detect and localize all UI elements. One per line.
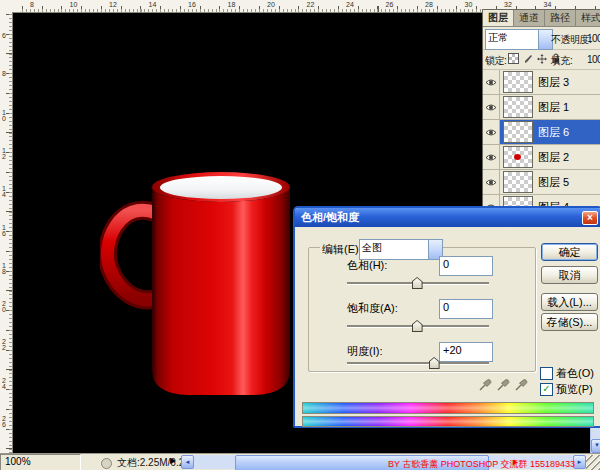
hue-spectrum-bar-top: [302, 402, 594, 414]
ruler-left-number: 2 6: [2, 416, 6, 428]
ruler-top-number: 16: [188, 1, 196, 8]
panel-tab-0[interactable]: 图层: [483, 10, 514, 26]
ruler-left-number: 1 8: [2, 263, 6, 275]
ruler-top-number: 20: [267, 1, 275, 8]
layer-name: 图层 3: [538, 75, 569, 90]
layer-name: 图层 6: [538, 125, 569, 140]
status-menu-arrow-icon[interactable]: ▶: [170, 456, 176, 465]
slider-value-input[interactable]: 0: [439, 299, 493, 319]
visibility-toggle[interactable]: [483, 120, 500, 144]
ruler-top-number: 10: [70, 1, 78, 8]
ruler-left-number: 2 4: [2, 378, 6, 390]
layer-row[interactable]: 图层 1: [483, 95, 600, 120]
checkbox-1[interactable]: ✓预览(P): [540, 383, 593, 396]
panel-tab-1[interactable]: 通道: [514, 10, 545, 26]
lock-transparency-icon[interactable]: [508, 53, 519, 64]
visibility-toggle[interactable]: [483, 70, 500, 94]
layer-row[interactable]: 图层 2: [483, 145, 600, 170]
ruler-left-number: 1 0: [2, 110, 6, 122]
checkbox-label: 着色(O): [556, 366, 594, 381]
edit-group-box: [308, 247, 536, 372]
dialog-button-3[interactable]: 存储(S)...: [541, 313, 598, 331]
slider-value-input[interactable]: 0: [439, 256, 493, 276]
layer-thumbnail[interactable]: [503, 146, 533, 168]
layer-name: 图层 5: [538, 175, 569, 190]
scroll-left-button[interactable]: ◄: [181, 455, 194, 469]
slider-track[interactable]: [347, 362, 489, 365]
layer-name: 图层 1: [538, 100, 569, 115]
ruler-left-number: 2 2: [2, 339, 6, 351]
layer-name: 图层 2: [538, 150, 569, 165]
promo-text: BY 古歌香薰 PHOTOSHOP 交流群 155189433: [388, 458, 575, 470]
status-bar: 100% 文档:2.25M/6.23M ▶ ◄ ► BY 古歌香薰 PHOTOS…: [0, 453, 600, 470]
edit-channel-value: 全图: [362, 242, 382, 253]
eye-icon: [485, 128, 497, 137]
visibility-toggle[interactable]: [483, 145, 500, 169]
blend-mode-value: 正常: [488, 32, 508, 43]
dialog-button-2[interactable]: 载入(L)...: [541, 293, 598, 311]
checkbox-box: ✓: [540, 383, 553, 396]
eye-icon: [485, 78, 497, 87]
lock-paint-icon[interactable]: [523, 54, 533, 64]
checkbox-label: 预览(P): [556, 382, 593, 397]
layer-row-main[interactable]: 图层 6: [500, 120, 600, 144]
close-icon[interactable]: ×: [582, 211, 598, 225]
eyedropper-icon[interactable]: [479, 376, 493, 391]
layer-thumbnail[interactable]: [503, 71, 533, 93]
visibility-toggle[interactable]: [483, 95, 500, 119]
ruler-top-number: 30: [465, 1, 473, 8]
eyedropper-subtract-icon[interactable]: [515, 376, 529, 391]
layer-row[interactable]: 图层 5: [483, 170, 600, 195]
layer-row[interactable]: 图层 6: [483, 120, 600, 145]
panel-tab-2[interactable]: 路径: [545, 10, 576, 26]
eyedropper-add-icon[interactable]: [497, 376, 511, 391]
layer-row[interactable]: 图层 3: [483, 70, 600, 95]
checkbox-0[interactable]: 着色(O): [540, 367, 594, 380]
slider-value-input[interactable]: +20: [439, 342, 493, 362]
layers-panel: 图层通道路径样式 正常 不透明度: 100 锁定: 填充: 100 图层 3图层…: [482, 9, 600, 208]
edit-label: 编辑(E):: [320, 242, 364, 257]
opacity-value[interactable]: 100: [587, 33, 600, 44]
fill-value[interactable]: 100: [587, 54, 600, 65]
dialog-titlebar[interactable]: 色相/饱和度: [295, 208, 600, 227]
horizontal-scrollbar[interactable]: ◄ ► BY 古歌香薰 PHOTOSHOP 交流群 155189433 ►: [181, 455, 586, 469]
ruler-top-number: 28: [425, 1, 433, 8]
ruler-left: 681 01 21 41 61 82 02 22 42 6: [0, 12, 13, 453]
visibility-toggle[interactable]: [483, 170, 500, 194]
ruler-top-number: 24: [346, 1, 354, 8]
eye-icon: [485, 153, 497, 162]
layer-row-main[interactable]: 图层 1: [500, 95, 600, 119]
eye-icon: [485, 103, 497, 112]
dialog-button-0[interactable]: 确定: [541, 243, 598, 261]
ruler-top-number: 12: [109, 1, 117, 8]
slider-label: 饱和度(A):: [347, 301, 398, 316]
ruler-top-number: 18: [228, 1, 236, 8]
blend-mode-dropdown[interactable]: 正常: [485, 29, 553, 50]
layer-row-main[interactable]: 图层 2: [500, 145, 600, 169]
ruler-left-number: 1 4: [2, 186, 6, 198]
status-info-icon: [101, 458, 112, 469]
layer-row-main[interactable]: 图层 5: [500, 170, 600, 194]
dialog-button-1[interactable]: 取消: [541, 266, 598, 284]
ruler-top-number: 8: [30, 1, 34, 8]
layer-thumbnail[interactable]: [503, 171, 533, 193]
ruler-left-number: 6: [2, 33, 6, 39]
resize-grip[interactable]: [586, 455, 600, 470]
ruler-top-number: 34: [544, 1, 552, 8]
lock-row: 锁定: 填充: 100: [483, 50, 600, 70]
chevron-down-icon[interactable]: [538, 30, 552, 49]
slider-label: 色相(H):: [347, 258, 387, 273]
ruler-top-number: 32: [504, 1, 512, 8]
scroll-down-button[interactable]: ▼: [591, 439, 600, 453]
zoom-level-field[interactable]: 100%: [0, 454, 81, 470]
layer-thumbnail-content: [514, 154, 521, 160]
panel-tab-3[interactable]: 样式: [576, 10, 600, 26]
layer-row-main[interactable]: 图层 3: [500, 70, 600, 94]
ruler-left-number: 8: [2, 71, 6, 77]
lock-move-icon[interactable]: [537, 54, 547, 64]
edit-channel-dropdown[interactable]: 全图: [359, 239, 443, 260]
layer-thumbnail[interactable]: [503, 121, 533, 143]
layer-thumbnail[interactable]: [503, 96, 533, 118]
eye-icon: [485, 178, 497, 187]
layers-panel-tabs: 图层通道路径样式: [483, 10, 600, 27]
